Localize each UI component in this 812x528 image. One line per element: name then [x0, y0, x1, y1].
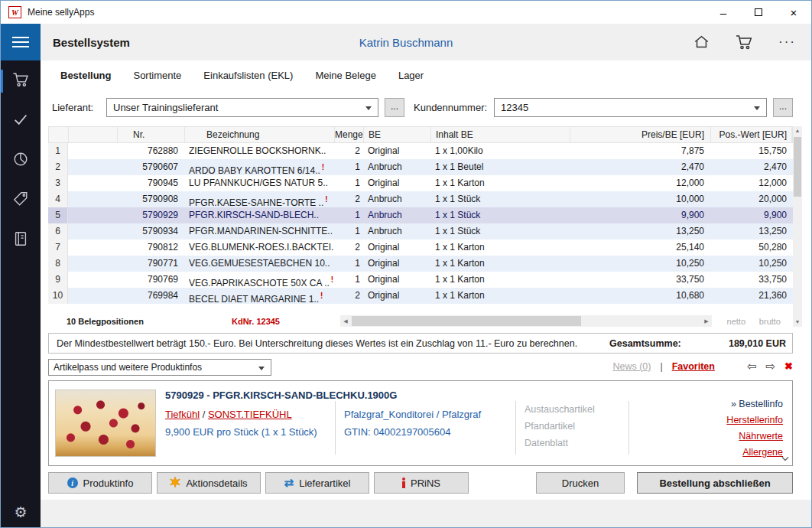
maximize-button[interactable]	[741, 1, 776, 24]
col-icon[interactable]	[69, 127, 118, 142]
col-nr[interactable]: Nr.	[118, 127, 185, 142]
prev-article-icon[interactable]: ⇦	[747, 361, 757, 372]
tab-einkaufslisten[interactable]: Einkaufslisten (EKL)	[203, 70, 293, 81]
quantity[interactable]: 2	[334, 191, 363, 207]
col-bezeichnung[interactable]: Bezeichnung	[185, 127, 335, 142]
star-icon	[170, 477, 180, 490]
next-article-icon[interactable]: ⇨	[766, 361, 776, 372]
print-button[interactable]: Drucken	[536, 472, 625, 494]
col-be[interactable]: BE	[364, 127, 431, 142]
scroll-down-icon[interactable]: ▼	[793, 318, 802, 327]
close-button[interactable]: ×	[776, 1, 811, 24]
settings-gear-icon[interactable]: ⚙	[1, 504, 41, 521]
row-number: 7	[48, 240, 68, 256]
scrollbar-thumb[interactable]	[352, 316, 581, 326]
supplier-dropdown[interactable]: Unser Trainingslieferant	[106, 98, 378, 117]
horizontal-scrollbar[interactable]: ◀ ▶	[340, 315, 712, 327]
table-row[interactable]: 55790929PFGR.KIRSCH-SAND-BLECH..1Anbruch…	[48, 207, 793, 223]
table-row[interactable]: 1762880ZIEGENROLLE BOCKSHORNK..2Original…	[48, 143, 793, 159]
unit-price: 12,000	[570, 175, 710, 191]
info-mode-dropdown[interactable]: Artikelpass und weitere Produktinfos	[48, 359, 271, 376]
tab-bestellung[interactable]: Bestellung	[60, 70, 111, 81]
scroll-more-icon[interactable]	[781, 451, 789, 464]
product-price: 9,900 EUR pro Stück (1 x 1 Stück)	[165, 426, 317, 438]
scrollbar-thumb[interactable]	[794, 137, 801, 197]
col-preis-be[interactable]: Preis/BE [EUR]	[570, 127, 711, 142]
customer-dropdown[interactable]: 12345	[494, 98, 767, 117]
quantity[interactable]: 2	[334, 143, 363, 159]
product-title: 5790929 - PFGR.KIRSCH-SAND-BLECHKU.1900G	[165, 389, 397, 401]
lieferartikel-button[interactable]: ⇄ Lieferartikel	[265, 472, 369, 494]
home-icon[interactable]	[693, 34, 710, 51]
table-row[interactable]: 10769984BECEL DIAET MARGARINE 1..!2Origi…	[48, 288, 793, 304]
table-row[interactable]: 9790769VEG.PAPRIKASCHOTE 50X CA ..!1Orig…	[48, 272, 793, 288]
tab-sortimente[interactable]: Sortimente	[133, 70, 181, 81]
vertical-scrollbar[interactable]: ▲ ▼	[793, 126, 802, 327]
quantity[interactable]: 1	[334, 159, 363, 175]
col-pos-wert[interactable]: Pos.-Wert [EUR]	[711, 127, 792, 142]
quantity[interactable]: 1	[334, 175, 363, 191]
unit: Anbruch	[363, 159, 430, 175]
scroll-up-icon[interactable]: ▲	[793, 126, 802, 135]
table-row[interactable]: 3790945LU PFANNKUCH/GES NATUR 5..1Origin…	[48, 175, 793, 191]
brutto-toggle[interactable]: brutto	[759, 317, 781, 326]
col-inhalt-be[interactable]: Inhalt BE	[431, 127, 570, 142]
article-number: 5790908	[117, 191, 184, 207]
row-number: 4	[48, 191, 68, 207]
scroll-left-icon[interactable]: ◀	[340, 315, 351, 327]
table-row[interactable]: 7790812VEG.BLUMENK-ROES.I.BACKTEI..2Orig…	[48, 240, 793, 256]
minimize-button[interactable]: –	[706, 1, 741, 24]
customer-browse-button[interactable]: ...	[773, 98, 793, 117]
sidebar-item-confirm[interactable]	[12, 111, 29, 131]
current-user[interactable]: Katrin Buschmann	[359, 36, 453, 49]
favorites-link[interactable]: Favoriten	[672, 361, 715, 372]
article-name: VEG.BLUMENK-ROES.I.BACKTEI..	[184, 240, 334, 256]
tab-lager[interactable]: Lager	[398, 70, 424, 81]
close-panel-icon[interactable]: ✖	[784, 360, 793, 372]
maximize-icon	[755, 8, 762, 16]
table-row[interactable]: 25790607ARDO BABY KAROTTEN 6/14..!1Anbru…	[48, 159, 793, 175]
hamburger-menu-button[interactable]	[1, 24, 41, 60]
table-row[interactable]: 45790908PFGR.KAESE-SAHNE-TORTE ..!2Anbru…	[48, 191, 793, 207]
quantity[interactable]: 2	[334, 240, 363, 256]
product-image[interactable]	[55, 389, 156, 457]
news-link[interactable]: News (0)	[612, 361, 651, 372]
scroll-right-icon[interactable]: ▶	[701, 315, 712, 327]
sidebar-item-labels[interactable]	[12, 191, 29, 210]
bestellinfo-link[interactable]: » Bestellinfo	[726, 396, 783, 412]
chevron-down-icon	[754, 106, 760, 110]
row-number: 10	[48, 288, 68, 304]
supplier-browse-button[interactable]: ...	[385, 98, 404, 117]
storage-info: Tiefkühl / SONST.TIEFKÜHL	[165, 409, 292, 420]
aktionsdetails-button[interactable]: Aktionsdetails	[157, 472, 261, 494]
submit-order-button[interactable]: Bestellung abschließen	[637, 472, 793, 494]
tab-meine-belege[interactable]: Meine Belege	[315, 70, 376, 81]
quantity[interactable]: 1	[334, 256, 363, 272]
quantity[interactable]: 1	[334, 207, 363, 223]
more-menu-icon[interactable]: ···	[778, 38, 796, 46]
netto-toggle[interactable]: netto	[727, 317, 745, 326]
storage-link-1[interactable]: Tiefkühl	[165, 409, 200, 420]
storage-link-2[interactable]: SONST.TIEFKÜHL	[208, 409, 292, 420]
app-window: W Meine sellyApps – × Bestellsystem Katr…	[0, 0, 812, 528]
quantity[interactable]: 1	[334, 223, 363, 240]
row-number: 1	[48, 143, 68, 159]
produktinfo-button[interactable]: i Produktinfo	[48, 472, 152, 494]
col-menge[interactable]: Menge	[335, 127, 364, 142]
cart-icon[interactable]	[735, 34, 754, 51]
quantity[interactable]: 1	[334, 272, 363, 288]
col-rownum[interactable]	[49, 127, 69, 142]
sidebar-item-order[interactable]	[12, 71, 30, 91]
prins-button[interactable]: PRiNS	[374, 472, 469, 494]
naehrwerte-link[interactable]: Nährwerte	[726, 429, 783, 445]
table-row[interactable]: 8790771VEG.GEMUESESTAEBCHEN 10..1Origina…	[48, 256, 793, 272]
sidebar-item-documents[interactable]	[12, 230, 29, 250]
article-name: PFGR.MANDARINEN-SCHNITTE..	[184, 223, 334, 240]
allergene-link[interactable]: Allergene	[726, 445, 783, 461]
article-name: PFGR.KAESE-SAHNE-TORTE ..!	[184, 191, 334, 207]
table-row[interactable]: 65790934PFGR.MANDARINEN-SCHNITTE..1Anbru…	[48, 223, 793, 240]
customer-number-badge: KdNr. 12345	[232, 317, 280, 326]
sidebar-item-statistics[interactable]	[12, 151, 29, 171]
quantity[interactable]: 2	[334, 288, 363, 304]
herstellerinfo-link[interactable]: Herstellerinfo	[726, 412, 783, 429]
